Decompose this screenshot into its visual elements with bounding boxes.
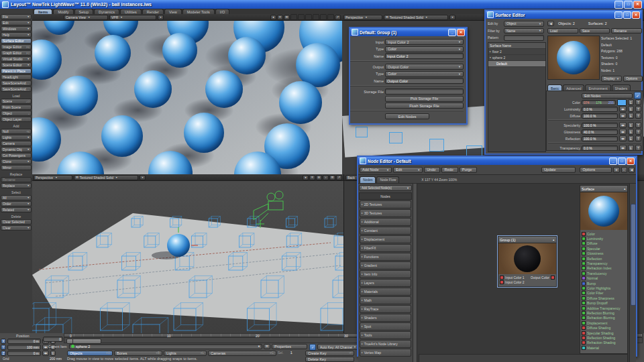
node-category-layers[interactable]: ▸Layers — [360, 279, 411, 287]
menu-icon[interactable]: ≡ — [309, 175, 315, 180]
prop-value-luminosity[interactable]: 0.0 % — [582, 107, 618, 112]
comment-bar[interactable] — [419, 354, 628, 362]
stepper-icons[interactable]: ◀▶ — [619, 106, 627, 112]
sidebar-item-clear-selected[interactable]: Clear Selected — [1, 219, 32, 225]
edit-nodes-checkbox[interactable]: ✓ — [634, 92, 641, 99]
port-connector[interactable] — [582, 251, 586, 255]
sidebar-item-savesceneandall[interactable]: SaveSceneAndAll — [1, 80, 32, 86]
axis-chip-y[interactable]: Y — [1, 345, 6, 350]
sidebar-item-clear[interactable]: Clear▼ — [1, 225, 32, 231]
vscrollbar-thumb[interactable] — [631, 204, 636, 306]
node-category-vertex-map[interactable]: ▸Vertex Map — [360, 349, 411, 357]
port-connector[interactable] — [582, 341, 586, 345]
sidebar-item-savesceneandall[interactable]: SaveSceneAndAll — [1, 86, 32, 92]
sidebar-item-lights[interactable]: Lights▼ — [1, 135, 32, 140]
node-category-item-info[interactable]: ▸Item Info — [360, 270, 411, 278]
surface-input-refraction-blurring[interactable]: Refraction Blurring — [582, 316, 626, 320]
port-connector[interactable] — [582, 276, 586, 280]
surface-input-luminosity[interactable]: Luminosity — [582, 236, 626, 241]
prop-value-diffuse[interactable]: 100.0 % — [582, 113, 618, 119]
pan-icon[interactable]: ⊕ — [613, 167, 619, 173]
group-node[interactable]: Group (1) ▲ Input Color 1Input Color 2 O… — [498, 236, 557, 287]
sidebar-item-replace[interactable]: Replace▼ — [1, 183, 32, 188]
minimize-button[interactable]: _ — [614, 1, 623, 9]
sidebar-item-headlight[interactable]: HeadLight — [1, 74, 32, 80]
texture-button[interactable]: T — [635, 113, 641, 119]
close-button[interactable]: ✕ — [632, 11, 640, 19]
input-name[interactable]: Output Color — [385, 78, 464, 84]
surface-input-material[interactable]: Material — [582, 345, 626, 350]
surface-input-glossiness[interactable]: Glossiness — [582, 251, 626, 256]
maximize-button[interactable]: □ — [618, 158, 626, 165]
camera-viewport-scene[interactable] — [32, 21, 342, 174]
port-connector[interactable] — [582, 346, 586, 350]
node-category-3d-textures[interactable]: ▸3D Textures — [360, 209, 411, 217]
surface-input-bump[interactable]: Bump — [582, 281, 626, 286]
sidebar-item-null[interactable]: Null^N — [1, 129, 32, 134]
position-value-x[interactable]: 0 m — [7, 339, 41, 344]
redo-button[interactable]: Redo — [441, 167, 458, 173]
minimize-button[interactable]: _ — [448, 29, 456, 36]
sidebar-item-surface-editor[interactable]: Surface EditorF5 — [1, 38, 32, 44]
stepper-icons[interactable]: ◀▶ — [619, 145, 627, 151]
color-swatch[interactable] — [617, 99, 627, 106]
sidebar-item-parent-in-place[interactable]: Parent in Place — [1, 68, 32, 74]
node-category-raytrace[interactable]: ▸RayTrace — [360, 305, 411, 313]
surface-input-color-highlights[interactable]: Color Highlights — [582, 286, 626, 290]
render-mode-dropdown[interactable]: ⊞ Textured Shaded Solid ▼ — [384, 15, 448, 20]
sidebar-item-cvt-powergons[interactable]: Cvt Powergons — [1, 153, 32, 158]
envelope-button[interactable]: E — [628, 129, 634, 135]
surface-input-transparency[interactable]: Transparency — [582, 261, 626, 265]
maximize-viewport-icon[interactable]: ↗ — [335, 15, 341, 20]
envelope-button[interactable]: E — [628, 122, 634, 128]
mode-button-bones[interactable]: Bones+B — [114, 351, 162, 357]
node-category-fiberfx[interactable]: ▸FiberFX — [360, 244, 411, 252]
texture-button[interactable]: T — [635, 145, 641, 151]
maximize-viewport-icon[interactable]: ↗ — [336, 175, 342, 180]
options-button[interactable]: Options — [580, 167, 612, 173]
surface-input-additive-transparency[interactable]: Additive Transparency — [582, 306, 626, 310]
collapse-icon[interactable]: ◀ — [629, 167, 635, 173]
sidebar-item-scene[interactable]: Scene+O — [1, 99, 32, 104]
port-connector[interactable] — [582, 272, 586, 276]
position-value-z[interactable]: 0 m — [7, 351, 41, 356]
node-category-trueart-s-node-library[interactable]: ▸TrueArt's Node Library — [360, 340, 411, 348]
extra-dropdown[interactable]: ▼ — [140, 175, 146, 180]
sidebar-item-virtual-studio[interactable]: Virtual Studio▼ — [1, 56, 32, 62]
aperture-icon[interactable]: ● — [270, 15, 276, 20]
port-connector[interactable] — [582, 326, 586, 330]
input-storage-file[interactable] — [385, 88, 464, 95]
extra-dropdown[interactable]: ▼ — [158, 15, 164, 20]
port-connector[interactable] — [582, 257, 586, 261]
pan-icon[interactable]: ⊕ — [316, 175, 322, 180]
surface-input-diffuse[interactable]: Diffuse — [582, 241, 626, 246]
port-connector[interactable] — [582, 286, 586, 290]
color-rgb-field[interactable]: 074 176 255 — [582, 100, 616, 105]
port-connector[interactable] — [582, 311, 586, 315]
surface-input-color[interactable]: Color — [582, 231, 626, 236]
sidebar-item-mirror[interactable]: Mirror — [1, 165, 32, 170]
texture-button[interactable]: T — [635, 122, 641, 128]
selected-sphere[interactable] — [167, 234, 190, 257]
port-connector[interactable] — [582, 241, 586, 245]
current-item-dropdown[interactable]: sphere 2 ▼ — [69, 344, 262, 350]
axis-chip-x[interactable]: X — [1, 339, 6, 344]
rotate-icon[interactable]: ⌖ — [323, 175, 329, 180]
port-connector[interactable] — [500, 280, 504, 284]
texture-button[interactable]: T — [635, 106, 641, 112]
rename-button[interactable]: Rename — [611, 28, 642, 34]
node-category-constant[interactable]: ▸Constant — [360, 227, 411, 235]
add-selected-nodes-button[interactable]: Add Selected Node(s) ▼ — [359, 185, 412, 191]
surface-input-translucency[interactable]: Translucency — [582, 271, 626, 276]
dropdown-input[interactable]: Input Color 2▼ — [385, 39, 464, 45]
port-connector[interactable] — [582, 291, 586, 295]
surface-input-specular[interactable]: Specular — [582, 246, 626, 251]
envelope-button[interactable]: E — [628, 145, 634, 151]
input-name[interactable]: Input Color 2 — [385, 53, 464, 59]
port-connector[interactable] — [582, 306, 586, 310]
grid-icon[interactable]: ⊞ — [284, 15, 290, 20]
sidebar-item-from-scene[interactable]: From Scene — [1, 105, 32, 110]
sidebar-item-clone[interactable]: Clone▼ — [1, 159, 32, 164]
create-key-button[interactable]: Create Key⏎ — [305, 351, 354, 357]
envelope-button[interactable]: E — [628, 135, 634, 141]
